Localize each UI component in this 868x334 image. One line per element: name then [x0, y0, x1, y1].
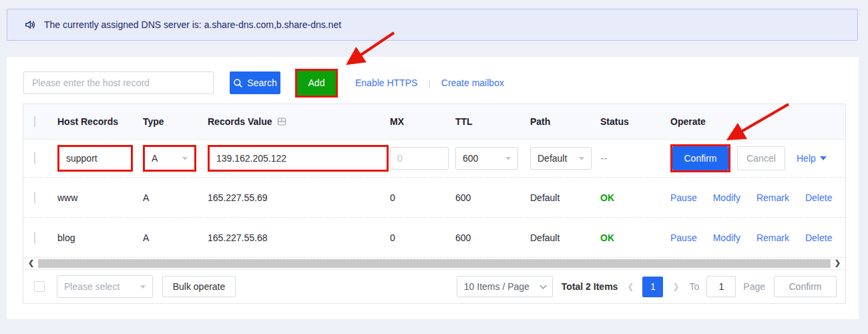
records-table: Host Records Type Records Value MX TTL P… — [23, 104, 846, 304]
annotation-box-add: Add — [295, 69, 338, 98]
delete-link[interactable]: Delete — [805, 232, 832, 243]
horizontal-scrollbar-thumb[interactable] — [38, 259, 831, 268]
table-row-www: www A 165.227.55.69 0 600 Default OK Pau… — [23, 178, 845, 218]
horizontal-scrollbar: ❮ ❯ — [23, 258, 845, 270]
chevron-down-icon — [820, 156, 827, 160]
edit-record-row: A 600 — [23, 140, 845, 178]
link-divider: | — [428, 78, 430, 88]
ttl-select-value: 600 — [463, 153, 478, 164]
page-1-button[interactable]: 1 — [642, 277, 663, 297]
add-button[interactable]: Add — [297, 71, 336, 96]
prev-page-icon[interactable]: ❮ — [627, 282, 634, 291]
path-select-value: Default — [537, 153, 567, 164]
goto-page-label: Page — [743, 281, 765, 292]
cell-host: www — [53, 192, 138, 203]
header-records-value: Records Value — [208, 116, 272, 127]
search-input[interactable] — [23, 71, 214, 94]
ttl-select[interactable]: 600 — [455, 147, 518, 170]
annotation-box-confirm: Confirm — [670, 144, 730, 172]
remark-link[interactable]: Remark — [756, 232, 789, 243]
row-checkbox[interactable] — [34, 192, 35, 204]
dns-records-page: The currently assigned DNS server is: a.… — [0, 0, 868, 334]
remark-link[interactable]: Remark — [756, 192, 789, 203]
cell-mx: 0 — [385, 192, 449, 203]
help-dropdown[interactable]: Help — [797, 153, 827, 164]
goto-page-input[interactable] — [706, 276, 736, 297]
delete-link[interactable]: Delete — [805, 192, 832, 203]
bulk-select-placeholder: Please select — [64, 281, 120, 292]
modify-link[interactable]: Modify — [713, 192, 740, 203]
scroll-right-icon[interactable]: ❯ — [835, 259, 841, 267]
banner-text: The currently assigned DNS server is: a.… — [44, 19, 341, 30]
cell-value: 165.227.55.69 — [202, 192, 385, 203]
annotation-box-host — [57, 145, 133, 172]
host-record-input[interactable] — [59, 147, 131, 170]
header-host-records: Host Records — [53, 116, 138, 127]
items-per-page-select[interactable]: 10 Items / Page — [457, 276, 553, 297]
bulk-operate-button[interactable]: Bulk operate — [162, 276, 236, 297]
mx-input[interactable] — [390, 147, 449, 170]
chevron-down-icon — [182, 157, 188, 160]
modify-link[interactable]: Modify — [713, 232, 740, 243]
path-select[interactable]: Default — [530, 147, 592, 170]
search-button[interactable]: Search — [230, 71, 280, 94]
table-row-blog: blog A 165.227.55.68 0 600 Default OK Pa… — [23, 218, 845, 258]
enable-https-link[interactable]: Enable HTTPS — [355, 77, 417, 88]
header-status: Status — [596, 116, 664, 127]
scroll-left-icon[interactable]: ❮ — [28, 259, 34, 267]
content-card: Search Add Enable HTTPS | Create mailbox… — [7, 57, 859, 319]
cell-type: A — [138, 232, 202, 243]
cell-value: 165.227.55.68 — [202, 232, 385, 243]
goto-confirm-button[interactable]: Confirm — [774, 276, 837, 297]
help-label: Help — [797, 153, 816, 164]
pagination: 10 Items / Page Total 2 Items ❮ 1 ❯ To P… — [457, 276, 837, 297]
status-badge: OK — [596, 192, 664, 203]
dns-server-banner: The currently assigned DNS server is: a.… — [7, 9, 858, 41]
header-type: Type — [138, 116, 202, 127]
search-button-label: Search — [247, 77, 276, 88]
select-all-checkbox[interactable] — [34, 116, 35, 128]
header-mx: MX — [385, 116, 449, 127]
cell-ttl: 600 — [449, 232, 525, 243]
header-operate: Operate — [664, 116, 845, 127]
edit-row-status: -- — [596, 152, 664, 164]
chevron-down-icon — [140, 285, 146, 289]
header-ttl: TTL — [449, 116, 525, 127]
pause-link[interactable]: Pause — [670, 192, 697, 203]
header-path: Path — [525, 116, 596, 127]
annotation-box-type: A — [143, 145, 196, 172]
type-select-value: A — [152, 153, 158, 164]
table-icon[interactable] — [277, 117, 286, 126]
items-per-page-value: 10 Items / Page — [464, 281, 529, 292]
type-select[interactable]: A — [145, 147, 194, 170]
chevron-down-icon — [579, 157, 584, 160]
status-badge: OK — [596, 232, 664, 243]
table-footer: Please select Bulk operate 10 Items / Pa… — [23, 270, 845, 303]
record-value-input[interactable] — [210, 147, 387, 170]
pause-link[interactable]: Pause — [670, 232, 697, 243]
row-checkbox[interactable] — [34, 152, 35, 164]
create-mailbox-link[interactable]: Create mailbox — [441, 77, 504, 88]
cell-path: Default — [525, 192, 596, 203]
cell-host: blog — [53, 232, 138, 243]
cell-ttl: 600 — [449, 192, 525, 203]
row-checkbox[interactable] — [34, 232, 35, 244]
cancel-record-button[interactable]: Cancel — [737, 146, 785, 170]
toolbar: Search Add Enable HTTPS | Create mailbox — [23, 69, 845, 97]
cell-mx: 0 — [385, 232, 449, 243]
total-items-label: Total 2 Items — [562, 281, 618, 292]
annotation-box-value — [208, 145, 389, 172]
next-page-icon[interactable]: ❯ — [672, 282, 679, 291]
chevron-down-icon — [539, 282, 546, 289]
footer-select-all-checkbox[interactable] — [34, 281, 45, 292]
cell-path: Default — [525, 232, 596, 243]
bulk-action-select[interactable]: Please select — [57, 275, 153, 298]
cell-type: A — [138, 192, 202, 203]
speaker-icon — [23, 18, 37, 31]
goto-to-label: To — [690, 281, 700, 292]
confirm-record-button[interactable]: Confirm — [672, 146, 728, 170]
chevron-down-icon — [505, 157, 511, 160]
search-icon — [233, 78, 243, 88]
table-header-row: Host Records Type Records Value MX TTL P… — [23, 104, 845, 140]
